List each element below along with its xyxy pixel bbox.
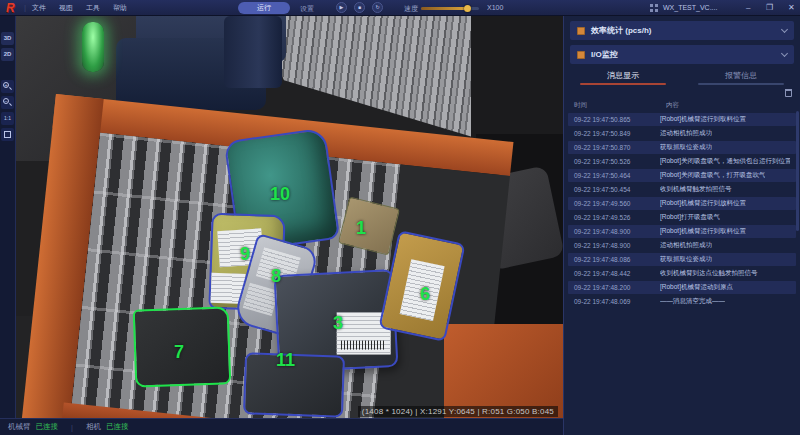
pixel-info-readout: (1408 * 1024) | X:1291 Y:0645 | R:051 G:…	[358, 406, 558, 417]
chevron-down-icon[interactable]	[781, 26, 788, 33]
stop-icon[interactable]: ■	[354, 2, 365, 13]
log-row[interactable]: 09-22 19:47:50.526[Robot]关闭吸盘吸气，通知供包台运行到…	[568, 155, 796, 168]
log-row[interactable]: 09-22 19:47:50.870获取抓取位姿成功	[568, 141, 796, 154]
log-time: 09-22 19:47:49.560	[574, 200, 660, 207]
column-content: 内容	[666, 101, 679, 110]
log-message: [Robot]关闭吸盘吸气，通知供包台运行到位置	[660, 157, 790, 166]
log-time: 09-22 19:47:50.464	[574, 172, 660, 179]
section-io-monitor[interactable]: I/O监控	[570, 45, 794, 64]
menu-file[interactable]: 文件	[32, 3, 46, 13]
log-message: [Robot]机械臂运行到取料位置	[660, 115, 746, 124]
tab-label: 消息显示	[607, 70, 639, 81]
log-message: 收到机械臂到达点位触发拍照信号	[660, 269, 758, 278]
log-tabs: 消息显示 报警信息	[564, 67, 800, 87]
tab-alarm-info[interactable]: 报警信息	[682, 67, 800, 87]
conveyor-frame-corner	[444, 324, 563, 418]
scrollbar[interactable]	[796, 111, 799, 231]
clear-log-icon[interactable]	[785, 89, 792, 97]
log-header: 时间 内容	[564, 99, 800, 112]
log-message: [Robot]机械臂运行到放料位置	[660, 199, 746, 208]
log-time: 09-22 19:47:48.069	[574, 298, 660, 305]
fit-screen-icon[interactable]	[1, 128, 14, 141]
main-menu: 文件 视图 工具 帮助	[32, 0, 127, 16]
play-icon[interactable]: ▶	[336, 2, 347, 13]
log-time: 09-22 19:47:48.900	[574, 242, 660, 249]
detection-id-label: 6	[420, 284, 430, 305]
log-message: 获取抓取位姿成功	[660, 255, 712, 264]
maximize-button[interactable]: ❐	[766, 3, 773, 13]
log-row[interactable]: 09-22 19:47:48.442收到机械臂到达点位触发拍照信号	[568, 267, 796, 280]
settings-button[interactable]: 设置	[300, 4, 314, 14]
log-time: 09-22 19:47:50.865	[574, 116, 660, 123]
log-time: 09-22 19:47:50.849	[574, 130, 660, 137]
log-message: ——消息清空完成——	[660, 297, 725, 306]
log-row[interactable]: 09-22 19:47:48.086获取抓取位姿成功	[568, 253, 796, 266]
log-row[interactable]: 09-22 19:47:48.200[Robot]机械臂运动到原点	[568, 281, 796, 294]
log-row[interactable]: 09-22 19:47:50.454收到机械臂触发拍照信号	[568, 183, 796, 196]
speed-label: 速度	[404, 4, 418, 14]
log-time: 09-22 19:47:50.526	[574, 158, 660, 165]
speed-slider-knob[interactable]	[464, 5, 471, 12]
tab-message-display[interactable]: 消息显示	[564, 67, 682, 87]
monitor-panel: 效率统计 (pcs/h) I/O监控 消息显示 报警信息 时间 内容 09-22…	[563, 16, 800, 435]
view-2d-button[interactable]: 2D	[1, 48, 14, 61]
tab-underline	[698, 83, 784, 85]
log-row[interactable]: 09-22 19:47:50.865[Robot]机械臂运行到取料位置	[568, 113, 796, 126]
log-row[interactable]: 09-22 19:47:48.069——消息清空完成——	[568, 295, 796, 308]
log-time: 09-22 19:47:50.454	[574, 186, 660, 193]
run-button[interactable]: 运行	[238, 2, 290, 14]
menu-tools[interactable]: 工具	[86, 3, 100, 13]
actual-size-icon[interactable]: 1:1	[1, 112, 14, 125]
io-icon	[577, 51, 585, 59]
log-time: 09-22 19:47:49.526	[574, 214, 660, 221]
camera-label: 相机	[86, 422, 101, 432]
log-message: 获取抓取位姿成功	[660, 143, 712, 152]
log-time: 09-22 19:47:48.442	[574, 270, 660, 277]
close-button[interactable]: ✕	[788, 3, 795, 13]
detection-id-label: 9	[240, 244, 250, 265]
speed-slider-fill	[421, 7, 467, 10]
log-message: [Robot]打开吸盘吸气	[660, 213, 720, 222]
log-time: 09-22 19:47:50.870	[574, 144, 660, 151]
camera-viewport[interactable]: 10 1 9 8 3 6 7 11 (1408 * 1024) | X:1291…	[16, 16, 563, 418]
minimize-button[interactable]: –	[746, 3, 750, 13]
zoom-out-icon[interactable]: −	[1, 96, 14, 109]
zoom-in-icon[interactable]: +	[1, 80, 14, 93]
refresh-icon[interactable]: ↻	[372, 2, 383, 13]
layout-grid-icon[interactable]	[650, 4, 658, 12]
log-row[interactable]: 09-22 19:47:48.900[Robot]机械臂运行到取料位置	[568, 225, 796, 238]
camera-status: 已连接	[106, 422, 129, 432]
stats-icon	[577, 27, 585, 35]
detection-id-label: 3	[333, 313, 343, 334]
menu-divider: |	[24, 3, 26, 12]
log-row[interactable]: 09-22 19:47:49.526[Robot]打开吸盘吸气	[568, 211, 796, 224]
detection-id-label: 10	[270, 184, 290, 205]
log-message: 运动相机拍照成功	[660, 129, 712, 138]
log-row[interactable]: 09-22 19:47:50.464[Robot]关闭吸盘吸气，打开吸盘吹气	[568, 169, 796, 182]
log-message: [Robot]关闭吸盘吸气，打开吸盘吹气	[660, 171, 765, 180]
section-efficiency-stats[interactable]: 效率统计 (pcs/h)	[570, 21, 794, 40]
robot-joint	[224, 16, 282, 88]
column-time: 时间	[574, 101, 666, 110]
log-time: 09-22 19:47:48.086	[574, 256, 660, 263]
log-body[interactable]: 09-22 19:47:50.865[Robot]机械臂运行到取料位置09-22…	[564, 113, 800, 308]
log-row[interactable]: 09-22 19:47:48.900运动相机拍照成功	[568, 239, 796, 252]
log-row[interactable]: 09-22 19:47:49.560[Robot]机械臂运行到放料位置	[568, 197, 796, 210]
view-3d-button[interactable]: 3D	[1, 32, 14, 45]
chevron-down-icon[interactable]	[781, 50, 788, 57]
log-toolbar	[564, 87, 800, 99]
menu-help[interactable]: 帮助	[113, 3, 127, 13]
detection-id-label: 1	[356, 218, 366, 239]
log-message: [Robot]机械臂运动到原点	[660, 283, 733, 292]
speed-slider[interactable]	[421, 7, 479, 10]
log-row[interactable]: 09-22 19:47:50.849运动相机拍照成功	[568, 127, 796, 140]
menu-view[interactable]: 视图	[59, 3, 73, 13]
log-message: 收到机械臂触发拍照信号	[660, 185, 732, 194]
detection-id-label: 7	[174, 342, 184, 363]
detection-id-label: 11	[276, 350, 295, 371]
log-time: 09-22 19:47:48.200	[574, 284, 660, 291]
log-time: 09-22 19:47:48.900	[574, 228, 660, 235]
section-title: I/O监控	[591, 49, 782, 60]
status-divider: |	[71, 423, 73, 432]
tab-label: 报警信息	[725, 70, 757, 81]
